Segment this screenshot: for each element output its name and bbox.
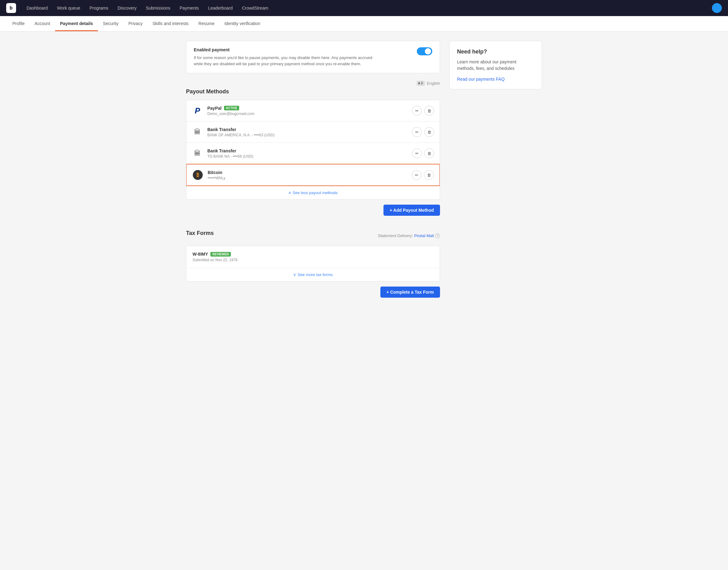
tab-profile[interactable]: Profile	[7, 16, 30, 31]
tab-resume[interactable]: Resume	[194, 16, 220, 31]
tab-privacy[interactable]: Privacy	[123, 16, 147, 31]
complete-tax-form-button[interactable]: + Complete a Tax Form	[380, 287, 440, 298]
tax-forms-list: W-8IMY REVIEWED Submitted on Nov 22, 197…	[186, 246, 440, 282]
user-avatar[interactable]	[712, 3, 722, 13]
bitcoin-delete-button[interactable]: 🗑	[424, 170, 434, 180]
tab-security[interactable]: Security	[98, 16, 123, 31]
payout-methods-title: Payout Methods	[186, 88, 440, 95]
toggle-slider[interactable]	[417, 47, 432, 55]
main-content: Enabled payment If for some reason you'd…	[186, 41, 440, 298]
sidebar: Need help? Learn more about our payment …	[449, 41, 542, 298]
nav-programs[interactable]: Programs	[86, 4, 112, 12]
paypal-icon: P	[195, 106, 200, 115]
language-icon: A卜	[416, 81, 425, 86]
bank1-name: Bank Transfer	[207, 127, 408, 132]
payout-item-bank2: 🏛 Bank Transfer TD BANK NA - ••••56 (USD…	[186, 143, 440, 164]
payout-methods-list: P PayPal ACTIVE Demo_user@bugcrowd.com ✏…	[186, 100, 440, 200]
statement-delivery: Statement Delivery: Postal Mail ?	[378, 233, 440, 238]
enabled-payment-description: If for some reason you'd like to pause p…	[194, 55, 373, 67]
payout-item-bank1: 🏛 Bank Transfer BANK OF AMERICA, N.A. - …	[186, 121, 440, 143]
tax-forms-section: Tax Forms Statement Delivery: Postal Mai…	[186, 230, 440, 298]
bank2-edit-button[interactable]: ✏	[412, 149, 422, 158]
payout-item-bitcoin: ₿ Bitcoin ••••••WNLy ✏ 🗑	[186, 164, 440, 186]
statement-delivery-help-icon[interactable]: ?	[435, 233, 440, 238]
bank1-edit-button[interactable]: ✏	[412, 127, 422, 137]
nav-payments[interactable]: Payments	[176, 4, 203, 12]
payment-toggle[interactable]	[417, 47, 432, 55]
bank2-actions: ✏ 🗑	[412, 149, 434, 158]
bank1-delete-button[interactable]: 🗑	[424, 127, 434, 137]
bitcoin-edit-button[interactable]: ✏	[412, 170, 421, 180]
nav-submissions[interactable]: Submissions	[142, 4, 174, 12]
bank1-icon-wrap: 🏛	[192, 126, 203, 137]
bitcoin-info: Bitcoin ••••••WNLy	[208, 170, 407, 180]
nav-discovery[interactable]: Discovery	[114, 4, 140, 12]
bitcoin-sub: ••••••WNLy	[208, 176, 407, 180]
language-label: English	[427, 81, 440, 86]
paypal-name: PayPal ACTIVE	[207, 106, 408, 111]
tax-forms-title: Tax Forms	[186, 230, 214, 237]
top-navigation: b Dashboard Work queue Programs Discover…	[0, 0, 728, 16]
main-layout: Enabled payment If for some reason you'd…	[178, 31, 550, 307]
help-title: Need help?	[457, 48, 534, 55]
tax-forms-header: Tax Forms Statement Delivery: Postal Mai…	[186, 230, 440, 241]
bank2-info: Bank Transfer TD BANK NA - ••••56 (USD)	[207, 149, 408, 159]
help-card: Need help? Learn more about our payment …	[449, 41, 542, 89]
enabled-payment-section: Enabled payment If for some reason you'd…	[186, 41, 440, 73]
language-hint: A卜 English	[186, 81, 440, 86]
tax-item-name: W-8IMY REVIEWED	[193, 252, 433, 257]
bitcoin-actions: ✏ 🗑	[412, 170, 434, 180]
nav-leaderboard[interactable]: Leaderboard	[205, 4, 237, 12]
bank2-icon: 🏛	[194, 149, 201, 157]
paypal-sub: Demo_user@bugcrowd.com	[207, 111, 408, 116]
paypal-edit-button[interactable]: ✏	[412, 106, 422, 115]
statement-delivery-method[interactable]: Postal Mail	[414, 233, 434, 238]
tax-reviewed-badge: REVIEWED	[211, 252, 231, 257]
bank1-sub: BANK OF AMERICA, N.A. - ••••63 (USD)	[207, 133, 408, 137]
bank1-info: Bank Transfer BANK OF AMERICA, N.A. - ••…	[207, 127, 408, 137]
logo: b	[6, 3, 16, 13]
bank2-name: Bank Transfer	[207, 149, 408, 153]
add-payout-method-button[interactable]: + Add Payout Method	[383, 205, 440, 216]
bank1-icon: 🏛	[194, 128, 201, 136]
tab-skills[interactable]: Skills and interests	[147, 16, 194, 31]
nav-dashboard[interactable]: Dashboard	[23, 4, 52, 12]
paypal-delete-button[interactable]: 🗑	[424, 106, 434, 115]
paypal-info: PayPal ACTIVE Demo_user@bugcrowd.com	[207, 106, 408, 116]
bitcoin-icon: ₿	[193, 170, 203, 180]
payout-methods-section: A卜 English Payout Methods P PayPal ACTIV…	[186, 81, 440, 221]
bank1-actions: ✏ 🗑	[412, 127, 434, 137]
nav-workqueue[interactable]: Work queue	[53, 4, 84, 12]
paypal-icon-wrap: P	[192, 105, 203, 116]
sub-navigation: Profile Account Payment details Security…	[0, 16, 728, 31]
tax-item-sub: Submitted on Nov 22, 1978	[193, 258, 433, 262]
tab-payment-details[interactable]: Payment details	[55, 16, 98, 31]
bitcoin-icon-wrap: ₿	[192, 170, 203, 181]
bitcoin-name: Bitcoin	[208, 170, 407, 175]
see-more-tax-forms-button[interactable]: ∨ See more tax forms	[186, 268, 440, 281]
statement-delivery-label: Statement Delivery:	[378, 233, 413, 238]
paypal-actions: ✏ 🗑	[412, 106, 434, 115]
payout-item-paypal: P PayPal ACTIVE Demo_user@bugcrowd.com ✏…	[186, 100, 440, 121]
nav-crowdstream[interactable]: CrowdStream	[238, 4, 272, 12]
faq-link[interactable]: Read our payments FAQ	[457, 77, 504, 82]
tab-account[interactable]: Account	[30, 16, 55, 31]
bank2-delete-button[interactable]: 🗑	[424, 149, 434, 158]
paypal-active-badge: ACTIVE	[224, 106, 239, 110]
see-less-button[interactable]: ∧ See less payout methods	[186, 186, 440, 199]
help-description: Learn more about our payment methods, fe…	[457, 59, 534, 72]
bank2-sub: TD BANK NA - ••••56 (USD)	[207, 154, 408, 159]
tab-identity[interactable]: Identity verification	[220, 16, 265, 31]
tax-item-w8imy: W-8IMY REVIEWED Submitted on Nov 22, 197…	[186, 246, 440, 268]
bank2-icon-wrap: 🏛	[192, 148, 203, 159]
enabled-payment-title: Enabled payment	[194, 47, 373, 52]
